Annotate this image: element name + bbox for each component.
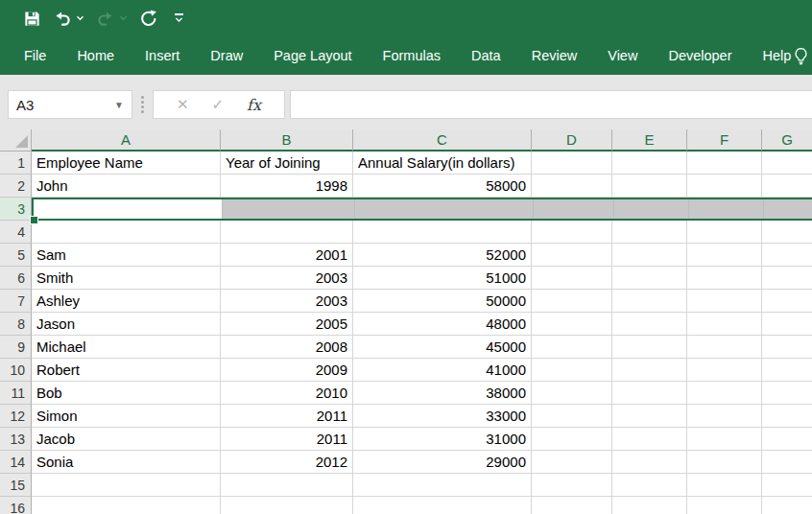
cell-A16[interactable] [32,497,221,514]
cell-C11[interactable]: 38000 [353,382,532,405]
cell-C8[interactable]: 48000 [353,313,532,336]
cell-G6[interactable] [762,267,812,290]
cell-C6[interactable]: 51000 [353,267,532,290]
row-header-10[interactable]: 10 [0,359,32,382]
insert-function-icon[interactable]: fx [247,96,261,114]
cell-D4[interactable] [532,221,612,244]
cell-G10[interactable] [762,359,812,382]
cell-B12[interactable]: 2011 [221,405,353,428]
cell-F5[interactable] [687,244,762,267]
cell-B14[interactable]: 2012 [221,451,353,474]
cell-A5[interactable]: Sam [32,244,221,267]
cell-G1[interactable] [762,152,812,175]
cell-E7[interactable] [612,290,687,313]
cell-D3[interactable] [534,199,614,219]
cell-G9[interactable] [762,336,812,359]
cell-C12[interactable]: 33000 [353,405,532,428]
row-header-3[interactable]: 3 [0,198,32,221]
cell-F10[interactable] [687,359,762,382]
cell-B10[interactable]: 2009 [221,359,353,382]
cell-B16[interactable] [221,497,353,514]
cell-F15[interactable] [687,474,762,497]
cell-B2[interactable]: 1998 [221,175,353,198]
cell-F13[interactable] [687,428,762,451]
fill-handle[interactable] [31,217,37,223]
cell-B8[interactable]: 2005 [221,313,353,336]
tab-view[interactable]: View [608,48,637,63]
formula-input[interactable] [290,90,812,119]
cell-E14[interactable] [612,451,687,474]
cell-D6[interactable] [532,267,612,290]
undo-dropdown-icon[interactable] [76,15,84,21]
cell-E1[interactable] [612,152,687,175]
cell-C1[interactable]: Annual Salary(in dollars) [353,152,532,175]
undo-button[interactable] [53,9,84,28]
name-box[interactable]: A3 ▼ [8,90,132,119]
row-header-6[interactable]: 6 [0,267,32,290]
cell-C13[interactable]: 31000 [353,428,532,451]
cell-F14[interactable] [687,451,762,474]
tab-draw[interactable]: Draw [210,48,243,63]
row-header-5[interactable]: 5 [0,244,32,267]
cell-C3[interactable] [355,199,534,219]
cell-G7[interactable] [762,290,812,313]
cell-E8[interactable] [612,313,687,336]
cell-F12[interactable] [687,405,762,428]
row-header-2[interactable]: 2 [0,175,32,198]
cell-D1[interactable] [532,152,612,175]
cell-G3[interactable] [764,199,812,219]
cell-B4[interactable] [221,221,353,244]
cell-E3[interactable] [614,199,689,219]
cell-A2[interactable]: John [32,175,221,198]
cell-C7[interactable]: 50000 [353,290,532,313]
cell-E5[interactable] [612,244,687,267]
cell-A3[interactable] [34,199,223,219]
select-all-button[interactable] [0,129,32,152]
cell-E15[interactable] [612,474,687,497]
save-button[interactable] [23,10,41,28]
tab-review[interactable]: Review [532,48,578,63]
cell-F6[interactable] [687,267,762,290]
cell-A9[interactable]: Michael [32,336,221,359]
cell-G5[interactable] [762,244,812,267]
cell-D14[interactable] [532,451,612,474]
tab-data[interactable]: Data [471,48,501,63]
cell-G16[interactable] [762,497,812,514]
row-header-9[interactable]: 9 [0,336,32,359]
row-header-12[interactable]: 12 [0,405,32,428]
cell-A8[interactable]: Jason [32,313,221,336]
cell-G12[interactable] [762,405,812,428]
cell-A7[interactable]: Ashley [32,290,221,313]
cell-D9[interactable] [532,336,612,359]
cell-A11[interactable]: Bob [32,382,221,405]
column-header-C[interactable]: C [353,129,532,152]
row-header-7[interactable]: 7 [0,290,32,313]
cell-C15[interactable] [353,474,532,497]
cell-G4[interactable] [762,221,812,244]
cell-F11[interactable] [687,382,762,405]
column-header-A[interactable]: A [32,129,221,152]
row-header-16[interactable]: 16 [0,497,32,514]
cell-G13[interactable] [762,428,812,451]
cell-B6[interactable]: 2003 [221,267,353,290]
row-header-11[interactable]: 11 [0,382,32,405]
cell-A4[interactable] [32,221,221,244]
cell-F7[interactable] [687,290,762,313]
tab-file[interactable]: File [24,48,46,63]
column-header-D[interactable]: D [532,129,612,152]
row-header-8[interactable]: 8 [0,313,32,336]
cell-B9[interactable]: 2008 [221,336,353,359]
cell-B3[interactable] [223,199,355,219]
cell-E6[interactable] [612,267,687,290]
cell-D8[interactable] [532,313,612,336]
cell-E11[interactable] [612,382,687,405]
cell-E2[interactable] [612,175,687,198]
cell-B11[interactable]: 2010 [221,382,353,405]
tab-help[interactable]: Help [763,48,792,63]
column-header-E[interactable]: E [612,129,687,152]
cell-A13[interactable]: Jacob [32,428,221,451]
tab-developer[interactable]: Developer [668,48,731,63]
cell-E13[interactable] [612,428,687,451]
cell-C2[interactable]: 58000 [353,175,532,198]
cell-C10[interactable]: 41000 [353,359,532,382]
